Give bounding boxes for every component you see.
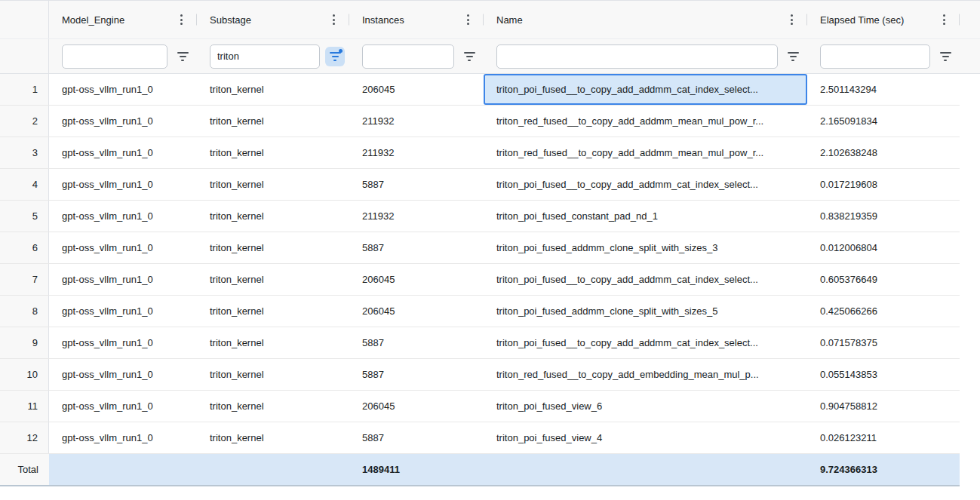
column-header-substage[interactable]: Substage — [197, 1, 349, 38]
cell-instances[interactable]: 5887 — [349, 232, 484, 263]
cell-elapsed_time[interactable]: 2.165091834 — [807, 106, 960, 137]
cell-elapsed_time[interactable]: 0.026123211 — [807, 422, 960, 453]
cell-elapsed_time[interactable]: 0.904758812 — [807, 391, 960, 422]
cell-model_engine[interactable]: gpt-oss_vllm_run1_0 — [49, 74, 197, 105]
cell-name[interactable]: triton_poi_fused_addmm_clone_split_with_… — [484, 232, 807, 263]
cell-elapsed_time[interactable]: 0.055143853 — [807, 359, 960, 390]
column-menu-icon[interactable] — [785, 12, 798, 27]
cell-name[interactable]: triton_poi_fused__to_copy_add_addmm_cat_… — [484, 169, 807, 200]
filter-input-substage[interactable] — [210, 44, 320, 69]
table-row[interactable]: 8 gpt-oss_vllm_run1_0triton_kernel206045… — [0, 296, 960, 327]
cell-model_engine[interactable]: gpt-oss_vllm_run1_0 — [49, 296, 197, 327]
cell-elapsed_time[interactable]: 0.838219359 — [807, 201, 960, 232]
cell-instances[interactable]: 206045 — [349, 391, 484, 422]
filter-input-model_engine[interactable] — [62, 44, 167, 69]
cell-model_engine[interactable]: gpt-oss_vllm_run1_0 — [49, 201, 197, 232]
cell-model_engine[interactable]: gpt-oss_vllm_run1_0 — [49, 327, 197, 358]
filter-input-name[interactable] — [496, 44, 778, 69]
cell-name[interactable]: triton_poi_fused_view_6 — [484, 391, 807, 422]
table-row[interactable]: 11 gpt-oss_vllm_run1_0triton_kernel20604… — [0, 391, 960, 422]
cell-elapsed_time[interactable]: 0.425066266 — [807, 296, 960, 327]
cell-model_engine[interactable]: gpt-oss_vllm_run1_0 — [49, 106, 197, 137]
cell-model_engine[interactable]: gpt-oss_vllm_run1_0 — [49, 422, 197, 453]
cell-substage[interactable]: triton_kernel — [197, 359, 349, 390]
cell-name[interactable]: triton_poi_fused__to_copy_add_addmm_cat_… — [484, 264, 807, 295]
total-name — [484, 454, 807, 485]
table-row[interactable]: 2 gpt-oss_vllm_run1_0triton_kernel211932… — [0, 106, 960, 137]
cell-substage[interactable]: triton_kernel — [197, 422, 349, 453]
column-menu-icon[interactable] — [174, 12, 188, 27]
cell-substage[interactable]: triton_kernel — [197, 232, 349, 263]
total-instances: 1489411 — [349, 454, 484, 485]
row-number: 8 — [0, 296, 49, 327]
filter-icon[interactable] — [459, 47, 479, 66]
active-filter-dot — [339, 49, 343, 53]
cell-model_engine[interactable]: gpt-oss_vllm_run1_0 — [49, 359, 197, 390]
cell-elapsed_time[interactable]: 2.102638248 — [807, 137, 960, 168]
column-menu-icon[interactable] — [461, 12, 475, 27]
table-row[interactable]: 6 gpt-oss_vllm_run1_0triton_kernel5887tr… — [0, 232, 960, 264]
cell-model_engine[interactable]: gpt-oss_vllm_run1_0 — [49, 232, 197, 263]
table-row[interactable]: 12 gpt-oss_vllm_run1_0triton_kernel5887t… — [0, 422, 960, 454]
cell-model_engine[interactable]: gpt-oss_vllm_run1_0 — [49, 169, 197, 200]
cell-substage[interactable]: triton_kernel — [197, 296, 349, 327]
cell-name[interactable]: triton_red_fused__to_copy_add_addmm_mean… — [484, 106, 807, 137]
cell-instances[interactable]: 5887 — [349, 327, 484, 358]
table-row[interactable]: 5 gpt-oss_vllm_run1_0triton_kernel211932… — [0, 201, 960, 232]
cell-instances[interactable]: 5887 — [349, 422, 484, 453]
column-resize-handle[interactable] — [959, 14, 960, 26]
cell-elapsed_time[interactable]: 0.071578375 — [807, 327, 960, 358]
row-number: 11 — [0, 391, 49, 422]
cell-instances[interactable]: 206045 — [349, 264, 484, 295]
cell-instances[interactable]: 211932 — [349, 106, 484, 137]
cell-name[interactable]: triton_poi_fused__to_copy_add_addmm_cat_… — [484, 74, 807, 105]
cell-substage[interactable]: triton_kernel — [197, 264, 349, 295]
table-row[interactable]: 4 gpt-oss_vllm_run1_0triton_kernel5887tr… — [0, 169, 960, 201]
cell-elapsed_time[interactable]: 0.017219608 — [807, 169, 960, 200]
cell-substage[interactable]: triton_kernel — [197, 137, 349, 168]
table-row[interactable]: 9 gpt-oss_vllm_run1_0triton_kernel5887tr… — [0, 327, 960, 359]
row-number: 6 — [0, 232, 49, 263]
column-header-elapsed_time[interactable]: Elapsed Time (sec) — [807, 1, 960, 38]
cell-name[interactable]: triton_poi_fused_constant_pad_nd_1 — [484, 201, 807, 232]
cell-instances[interactable]: 5887 — [349, 359, 484, 390]
cell-instances[interactable]: 211932 — [349, 201, 484, 232]
filter-icon[interactable] — [325, 47, 345, 66]
cell-name[interactable]: triton_poi_fused_view_4 — [484, 422, 807, 453]
filter-cell-substage — [197, 39, 349, 73]
cell-substage[interactable]: triton_kernel — [197, 74, 349, 105]
cell-elapsed_time[interactable]: 2.501143294 — [807, 74, 960, 105]
cell-substage[interactable]: triton_kernel — [197, 327, 349, 358]
cell-instances[interactable]: 206045 — [349, 74, 484, 105]
cell-instances[interactable]: 211932 — [349, 137, 484, 168]
cell-name[interactable]: triton_red_fused__to_copy_add_embedding_… — [484, 359, 807, 390]
cell-substage[interactable]: triton_kernel — [197, 391, 349, 422]
cell-instances[interactable]: 206045 — [349, 296, 484, 327]
table-row[interactable]: 7 gpt-oss_vllm_run1_0triton_kernel206045… — [0, 264, 960, 296]
cell-substage[interactable]: triton_kernel — [197, 201, 349, 232]
filter-icon[interactable] — [783, 47, 803, 66]
table-row[interactable]: 10 gpt-oss_vllm_run1_0triton_kernel5887t… — [0, 359, 960, 391]
column-menu-icon[interactable] — [327, 12, 340, 27]
column-header-instances[interactable]: Instances — [349, 1, 484, 38]
cell-elapsed_time[interactable]: 0.012006804 — [807, 232, 960, 263]
cell-name[interactable]: triton_poi_fused_addmm_clone_split_with_… — [484, 296, 807, 327]
cell-elapsed_time[interactable]: 0.605376649 — [807, 264, 960, 295]
cell-model_engine[interactable]: gpt-oss_vllm_run1_0 — [49, 137, 197, 168]
filter-input-instances[interactable] — [362, 44, 454, 69]
cell-instances[interactable]: 5887 — [349, 169, 484, 200]
cell-model_engine[interactable]: gpt-oss_vllm_run1_0 — [49, 391, 197, 422]
cell-name[interactable]: triton_poi_fused__to_copy_add_addmm_cat_… — [484, 327, 807, 358]
cell-model_engine[interactable]: gpt-oss_vllm_run1_0 — [49, 264, 197, 295]
column-menu-icon[interactable] — [937, 12, 951, 27]
cell-substage[interactable]: triton_kernel — [197, 106, 349, 137]
column-header-name[interactable]: Name — [484, 1, 807, 38]
table-row[interactable]: 3 gpt-oss_vllm_run1_0triton_kernel211932… — [0, 137, 960, 169]
table-row[interactable]: 1 gpt-oss_vllm_run1_0triton_kernel206045… — [0, 74, 960, 106]
column-header-model_engine[interactable]: Model_Engine — [49, 1, 197, 38]
filter-icon[interactable] — [173, 47, 192, 66]
cell-substage[interactable]: triton_kernel — [197, 169, 349, 200]
filter-icon[interactable] — [935, 47, 955, 66]
cell-name[interactable]: triton_red_fused__to_copy_add_addmm_mean… — [484, 137, 807, 168]
filter-input-elapsed_time[interactable] — [820, 44, 930, 69]
